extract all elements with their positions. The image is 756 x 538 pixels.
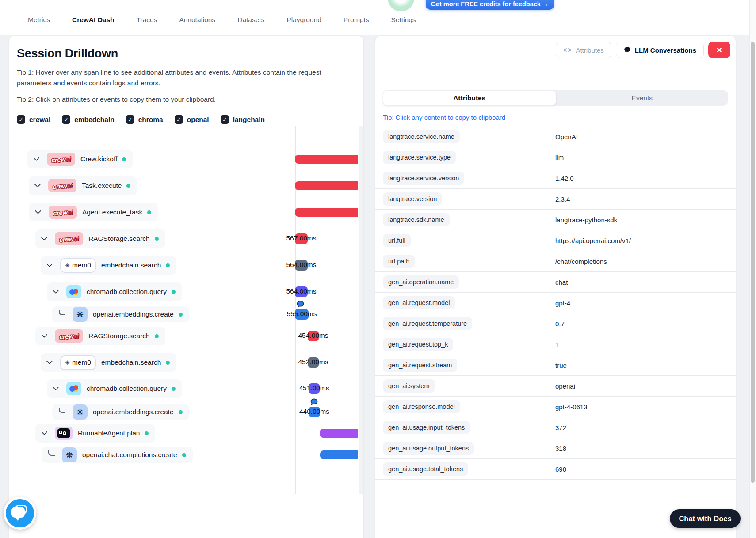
attribute-key[interactable]: gen_ai.usage.total_tokens xyxy=(383,462,468,476)
attribute-value[interactable]: true xyxy=(555,362,567,369)
attribute-value[interactable]: gpt-4-0613 xyxy=(555,403,588,411)
attribute-value[interactable]: 372 xyxy=(555,424,566,431)
attribute-key[interactable]: gen_ai.operation.name xyxy=(383,275,459,289)
attribute-row-langtrace-service-type[interactable]: langtrace.service.typellm xyxy=(375,147,736,168)
tab-events[interactable]: Events xyxy=(556,90,729,106)
attribute-value[interactable]: 2.3.4 xyxy=(555,195,570,203)
attribute-key[interactable]: langtrace.sdk.name xyxy=(383,213,450,226)
span-row-openai-embeddings-create[interactable]: ❋openai.embeddings.create xyxy=(52,404,189,420)
attribute-value[interactable]: 690 xyxy=(555,466,566,473)
attribute-row-langtrace-service-version[interactable]: langtrace.service.version1.42.0 xyxy=(375,168,736,189)
annotation-bubble-icon[interactable] xyxy=(310,398,318,408)
tree-scrollbar-track[interactable] xyxy=(359,126,364,494)
span-row-openai-chat-completions-create[interactable]: ❋openai.chat.completions.create xyxy=(42,447,193,463)
attribute-row-langtrace-sdk-name[interactable]: langtrace.sdk.namelangtrace-python-sdk xyxy=(375,210,736,230)
nav-tab-playground[interactable]: Playground xyxy=(279,16,329,31)
tree-elbow-connector-icon[interactable] xyxy=(59,408,65,413)
attribute-row-langtrace-service-name[interactable]: langtrace.service.nameOpenAI xyxy=(375,126,736,147)
attribute-row-gen-ai-operation-name[interactable]: gen_ai.operation.namechat xyxy=(375,272,736,293)
attribute-row-gen-ai-request-model[interactable]: gen_ai.request.modelgpt-4 xyxy=(375,293,736,313)
duration-bar[interactable] xyxy=(295,208,358,217)
attribute-key[interactable]: langtrace.version xyxy=(383,192,442,206)
attribute-value[interactable]: openai xyxy=(555,382,575,390)
nav-tab-metrics[interactable]: Metrics xyxy=(20,16,58,31)
attribute-row-gen-ai-request-temperature[interactable]: gen_ai.request.temperature0.7 xyxy=(375,313,736,334)
attribute-row-gen-ai-usage-output-tokens[interactable]: gen_ai.usage.output_tokens318 xyxy=(375,438,736,459)
attribute-value[interactable]: gpt-4 xyxy=(555,299,570,307)
span-row-embedchain-search[interactable]: ✳mem0embedchain.search xyxy=(41,256,176,275)
tree-elbow-connector-icon[interactable] xyxy=(48,450,55,456)
attribute-key[interactable]: langtrace.service.version xyxy=(383,172,464,185)
attribute-value[interactable]: chat xyxy=(555,279,568,286)
nav-tab-traces[interactable]: Traces xyxy=(129,16,165,31)
span-row-runnableagent-plan[interactable]: RunnableAgent.plan xyxy=(35,424,155,443)
chevron-down-icon[interactable] xyxy=(34,181,41,187)
chevron-down-icon[interactable] xyxy=(41,332,47,338)
span-row-ragstorage-search[interactable]: crewaiRAGStorage.search xyxy=(35,229,165,248)
tab-attributes[interactable]: Attributes xyxy=(383,90,556,106)
duration-bar[interactable] xyxy=(295,181,358,190)
attribute-key[interactable]: gen_ai.request.model xyxy=(383,296,455,309)
chevron-down-icon[interactable] xyxy=(53,384,59,390)
attribute-value[interactable]: langtrace-python-sdk xyxy=(555,216,617,224)
span-row-ragstorage-search[interactable]: crewaiRAGStorage.search xyxy=(35,327,165,345)
attribute-key[interactable]: langtrace.service.name xyxy=(383,130,460,143)
span-row-task-execute[interactable]: crewaiTask.execute xyxy=(29,176,137,195)
attribute-key[interactable]: gen_ai.usage.output_tokens xyxy=(383,442,474,455)
close-button[interactable]: ✕ xyxy=(708,42,730,58)
attribute-key[interactable]: url.full xyxy=(383,234,411,247)
attribute-key[interactable]: gen_ai.system xyxy=(383,379,435,393)
llm-conversations-button[interactable]: LLM Conversations xyxy=(616,42,704,58)
chevron-down-icon[interactable] xyxy=(46,358,53,364)
chat-launcher-button[interactable] xyxy=(4,497,36,530)
chevron-down-icon[interactable] xyxy=(41,234,47,240)
attribute-row-gen-ai-usage-total-tokens[interactable]: gen_ai.usage.total_tokens690 xyxy=(375,459,736,480)
attribute-value[interactable]: /chat/completions xyxy=(555,258,607,265)
span-row-openai-embeddings-create[interactable]: ❋openai.embeddings.create xyxy=(52,306,189,322)
span-row-embedchain-search[interactable]: ✳mem0embedchain.search xyxy=(41,353,176,372)
attribute-key[interactable]: langtrace.service.type xyxy=(383,151,456,164)
chevron-down-icon[interactable] xyxy=(46,261,53,267)
nav-tab-datasets[interactable]: Datasets xyxy=(229,16,272,31)
attribute-key[interactable]: url.path xyxy=(383,255,415,268)
attribute-row-gen-ai-system[interactable]: gen_ai.systemopenai xyxy=(375,376,736,397)
chevron-down-icon[interactable] xyxy=(33,155,39,161)
attribute-key[interactable]: gen_ai.request.stream xyxy=(383,359,457,372)
chevron-down-icon[interactable] xyxy=(53,287,59,294)
attribute-row-gen-ai-request-stream[interactable]: gen_ai.request.streamtrue xyxy=(375,355,736,376)
duration-bar[interactable] xyxy=(320,429,358,438)
span-row-crew-kickoff[interactable]: crewaiCrew.kickoff xyxy=(27,150,133,168)
attribute-row-gen-ai-request-top-k[interactable]: gen_ai.request.top_k1 xyxy=(375,334,736,355)
nav-tab-settings[interactable]: Settings xyxy=(383,16,424,31)
attribute-row-langtrace-version[interactable]: langtrace.version2.3.4 xyxy=(375,189,736,210)
nav-tab-annotations[interactable]: Annotations xyxy=(171,16,223,31)
free-credits-cta-button[interactable]: Get more FREE credits for feedback → xyxy=(426,0,554,10)
duration-bar[interactable] xyxy=(295,155,358,164)
attribute-key[interactable]: gen_ai.request.top_k xyxy=(383,338,453,351)
attribute-row-gen-ai-usage-input-tokens[interactable]: gen_ai.usage.input_tokens372 xyxy=(375,417,736,438)
annotation-bubble-icon[interactable] xyxy=(296,300,305,310)
attribute-row-gen-ai-response-model[interactable]: gen_ai.response.modelgpt-4-0613 xyxy=(375,397,736,417)
span-row-chromadb-collection-query[interactable]: chromadb.collection.query xyxy=(47,379,182,398)
attribute-key[interactable]: gen_ai.usage.input_tokens xyxy=(383,421,470,434)
span-row-chromadb-collection-query[interactable]: chromadb.collection.query xyxy=(47,282,182,301)
attribute-value[interactable]: https://api.openai.com/v1/ xyxy=(555,237,631,244)
chevron-down-icon[interactable] xyxy=(41,429,47,435)
nav-tab-prompts[interactable]: Prompts xyxy=(336,16,377,31)
span-row-agent-execute-task[interactable]: crewaiAgent.execute_task xyxy=(29,203,158,221)
attribute-key[interactable]: gen_ai.request.temperature xyxy=(383,317,472,330)
page-scrollbar[interactable] xyxy=(749,0,756,538)
chevron-down-icon[interactable] xyxy=(35,208,41,214)
attribute-value[interactable]: llm xyxy=(555,154,564,161)
attribute-row-url-full[interactable]: url.fullhttps://api.openai.com/v1/ xyxy=(375,230,736,251)
attribute-value[interactable]: 1 xyxy=(555,341,559,348)
page-scrollbar-thumb[interactable] xyxy=(751,42,755,483)
tree-elbow-connector-icon[interactable] xyxy=(59,310,65,315)
attribute-value[interactable]: 0.7 xyxy=(555,320,565,328)
duration-bar[interactable] xyxy=(320,450,358,459)
attributes-header-button[interactable]: <> Attributes xyxy=(556,42,611,58)
nav-tab-crewai-dash[interactable]: CrewAI Dash xyxy=(64,16,122,31)
attribute-value[interactable]: OpenAI xyxy=(555,133,578,141)
attribute-key[interactable]: gen_ai.response.model xyxy=(383,400,460,413)
chat-with-docs-button[interactable]: Chat with Docs xyxy=(670,509,741,528)
